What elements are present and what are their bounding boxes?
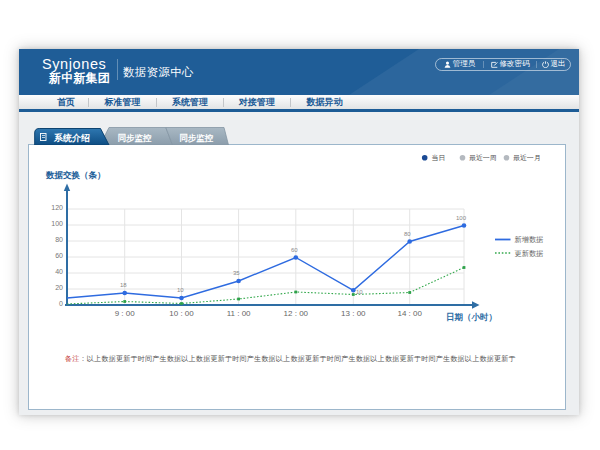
svg-text:80: 80 xyxy=(404,231,411,237)
svg-text:同步监控: 同步监控 xyxy=(118,133,153,143)
svg-text:同步监控: 同步监控 xyxy=(179,133,214,143)
svg-text:14 : 00: 14 : 00 xyxy=(397,309,422,318)
svg-text:当日: 当日 xyxy=(432,154,446,161)
svg-text:100: 100 xyxy=(51,220,63,227)
svg-text:更新数据: 更新数据 xyxy=(515,249,544,258)
svg-text:18: 18 xyxy=(120,282,127,288)
svg-text:最近一月: 最近一月 xyxy=(513,154,541,162)
svg-text:12 : 00: 12 : 00 xyxy=(284,309,309,318)
svg-text:9 : 00: 9 : 00 xyxy=(115,309,136,318)
svg-text:20: 20 xyxy=(55,284,63,291)
svg-text:系统介绍: 系统介绍 xyxy=(53,133,90,143)
svg-text:60: 60 xyxy=(55,252,63,259)
svg-text:新增数据: 新增数据 xyxy=(515,235,544,244)
svg-text:80: 80 xyxy=(55,236,63,243)
svg-text:13 : 00: 13 : 00 xyxy=(341,309,366,318)
svg-text:60: 60 xyxy=(291,247,298,253)
svg-text:最近一周: 最近一周 xyxy=(469,154,497,161)
svg-text:数据交换（条）: 数据交换（条） xyxy=(45,170,106,180)
svg-text:日期（小时）: 日期（小时） xyxy=(446,312,497,322)
svg-text:10: 10 xyxy=(356,289,363,295)
svg-text:10: 10 xyxy=(177,287,184,293)
svg-text:40: 40 xyxy=(55,268,63,275)
svg-text:0: 0 xyxy=(59,300,63,307)
svg-text:100: 100 xyxy=(456,215,467,221)
svg-text:120: 120 xyxy=(51,204,63,211)
svg-text:10 : 00: 10 : 00 xyxy=(169,309,194,318)
svg-text:11 : 00: 11 : 00 xyxy=(227,309,251,318)
svg-text:35: 35 xyxy=(233,270,240,276)
